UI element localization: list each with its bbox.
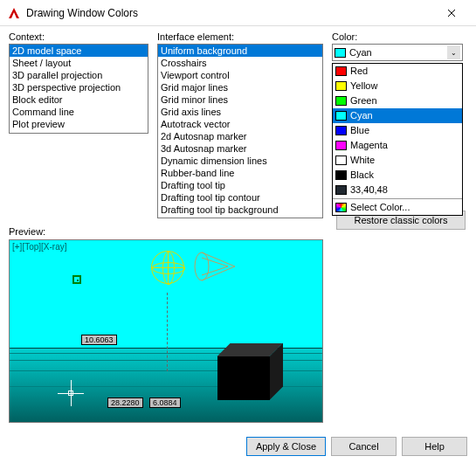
interface-item[interactable]: Drafting tool tip background <box>158 204 322 216</box>
window-title: Drawing Window Colors <box>26 7 434 19</box>
context-item[interactable]: 3D parallel projection <box>10 69 148 81</box>
swatch-icon <box>335 185 347 195</box>
drafting-tooltip: 10.6063 <box>81 335 117 345</box>
interface-item[interactable]: Uniform background <box>158 45 322 57</box>
swatch-icon <box>335 111 347 121</box>
color-option[interactable]: Black <box>333 168 462 183</box>
color-option[interactable]: Cyan <box>333 108 462 123</box>
color-option[interactable]: Yellow <box>333 79 462 93</box>
svg-point-0 <box>195 252 209 280</box>
context-item[interactable]: Block editor <box>10 93 148 106</box>
drafting-tooltip: 6.0884 <box>149 397 181 408</box>
drafting-tooltip: 28.2280 <box>107 397 143 408</box>
context-label: Context: <box>9 31 148 42</box>
context-item[interactable]: Sheet / layout <box>10 57 148 69</box>
cancel-button[interactable]: Cancel <box>331 437 397 456</box>
color-option[interactable]: Green <box>333 93 462 108</box>
autosnap-marker-icon <box>72 275 81 284</box>
apply-close-button[interactable]: Apply & Close <box>246 437 326 456</box>
swatch-icon <box>335 126 347 135</box>
chevron-down-icon: ⌄ <box>447 45 460 59</box>
interface-label: Interface element: <box>157 31 323 42</box>
color-label: Color: <box>332 31 463 42</box>
interface-item[interactable]: Rubber-band line <box>158 167 322 179</box>
interface-item[interactable]: Dynamic dimension lines <box>158 155 322 167</box>
preview-cube <box>217 343 270 396</box>
selected-color-name: Cyan <box>349 47 372 58</box>
swatch-icon <box>335 155 347 165</box>
swatch-icon <box>335 96 347 106</box>
close-button[interactable] <box>434 1 469 25</box>
app-logo-icon <box>7 6 21 20</box>
preview-panel: [+][Top][X-ray] 10.6063 28.2280 6.0884 <box>9 239 323 423</box>
color-option[interactable]: Blue <box>333 123 462 138</box>
color-dropdown[interactable]: Red Yellow Green Cyan Blue Magenta White… <box>332 63 463 216</box>
interface-listbox[interactable]: Uniform background Crosshairs Viewport c… <box>157 44 323 218</box>
interface-item[interactable]: Crosshairs <box>158 57 322 69</box>
wireframe-cone-icon <box>193 249 237 284</box>
interface-item[interactable]: Control vertices hull <box>158 216 322 218</box>
title-bar: Drawing Window Colors <box>0 0 476 26</box>
color-wheel-icon <box>335 203 347 212</box>
color-combo[interactable]: Cyan ⌄ <box>332 44 463 61</box>
context-item[interactable]: 3D perspective projection <box>10 81 148 93</box>
context-item[interactable]: 2D model space <box>10 45 148 57</box>
close-icon <box>447 9 456 17</box>
interface-item[interactable]: Grid axis lines <box>158 106 322 118</box>
swatch-icon <box>335 66 347 76</box>
wireframe-sphere-icon <box>151 251 184 284</box>
interface-item[interactable]: Grid major lines <box>158 81 322 93</box>
select-color-option[interactable]: Select Color... <box>333 200 462 215</box>
interface-item[interactable]: Viewport control <box>158 69 322 81</box>
interface-item[interactable]: 3d Autosnap marker <box>158 142 322 155</box>
swatch-icon <box>335 81 347 91</box>
color-option[interactable]: Magenta <box>333 138 462 153</box>
context-item[interactable]: Plot preview <box>10 118 148 130</box>
color-option[interactable]: White <box>333 153 462 168</box>
interface-item[interactable]: Grid minor lines <box>158 93 322 106</box>
autotrack-vector <box>167 293 168 371</box>
crosshair-icon <box>58 380 84 406</box>
interface-item[interactable]: Drafting tool tip <box>158 179 322 191</box>
context-item[interactable]: Command line <box>10 106 148 118</box>
context-listbox[interactable]: 2D model space Sheet / layout 3D paralle… <box>9 44 148 134</box>
selected-color-swatch <box>335 48 346 58</box>
dropdown-divider <box>333 198 462 199</box>
swatch-icon <box>335 170 347 180</box>
interface-item[interactable]: Autotrack vector <box>158 118 322 130</box>
color-option[interactable]: 33,40,48 <box>333 183 462 197</box>
color-option[interactable]: Red <box>333 64 462 79</box>
preview-label: Preview: <box>9 226 45 237</box>
interface-item[interactable]: 2d Autosnap marker <box>158 130 322 142</box>
viewport-control-label: [+][Top][X-ray] <box>12 242 67 252</box>
swatch-icon <box>335 141 347 150</box>
interface-item[interactable]: Drafting tool tip contour <box>158 191 322 204</box>
help-button[interactable]: Help <box>402 437 467 456</box>
